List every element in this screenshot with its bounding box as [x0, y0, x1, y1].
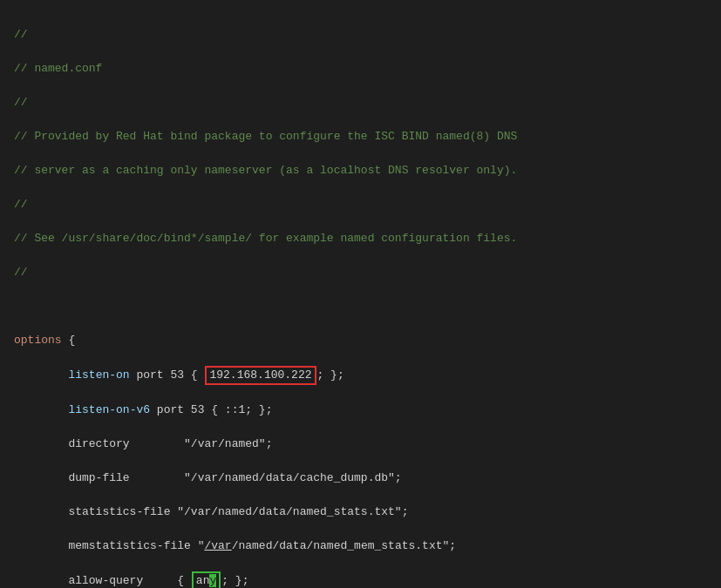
comment-line-2: // named.conf — [14, 62, 102, 75]
code-editor: // // named.conf // // Provided by Red H… — [14, 9, 707, 588]
listen-on-keyword: listen-on — [68, 368, 129, 382]
any-text: an — [196, 574, 210, 587]
ip-address-highlight: 192.168.100.222 — [205, 366, 316, 385]
comment-line-1: // — [14, 28, 28, 41]
comment-line-7: // See /usr/share/doc/bind*/sample/ for … — [14, 232, 517, 245]
options-keyword: options — [14, 334, 62, 347]
comment-line-3: // — [14, 96, 28, 109]
comment-line-6: // — [14, 198, 28, 211]
comment-line-4: // Provided by Red Hat bind package to c… — [14, 130, 517, 143]
listen-on-v6-keyword: listen-on-v6 — [68, 403, 150, 416]
cursor: y — [209, 574, 216, 587]
any-highlight: any — [192, 571, 221, 588]
comment-line-8: // — [14, 266, 28, 279]
comment-line-5: // server as a caching only nameserver (… — [14, 164, 517, 177]
